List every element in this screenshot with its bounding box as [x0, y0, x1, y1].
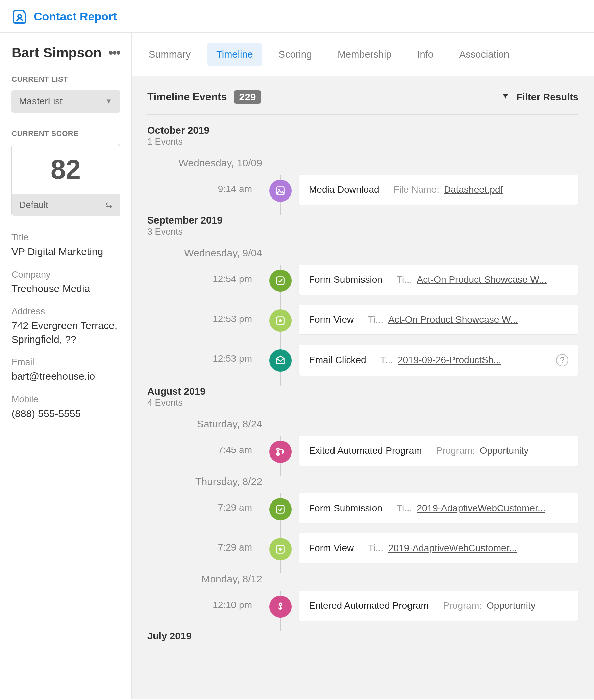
field-label-address: Address [11, 306, 120, 317]
event-meta-value[interactable]: Act-On Product Showcase W... [417, 274, 546, 285]
event-meta-value[interactable]: Datasheet.pdf [444, 184, 503, 195]
month-title: August 2019 [147, 386, 578, 397]
event-card[interactable]: Form ViewTi...Act-On Product Showcase W.… [299, 305, 578, 334]
event-time: 7:45 am [147, 436, 262, 466]
month-event-count: 4 Events [147, 398, 578, 408]
main-content: SummaryTimelineScoringMembershipInfoAsso… [132, 33, 594, 699]
day-label: Monday, 8/12 [147, 573, 262, 585]
current-score-label: CURRENT SCORE [11, 129, 120, 138]
timeline-event-row: 12:53 pmForm ViewTi...Act-On Product Sho… [147, 305, 578, 334]
event-card[interactable]: Media DownloadFile Name:Datasheet.pdf [299, 175, 578, 205]
event-meta-value: Opportunity [487, 600, 536, 611]
event-meta-key: Program: [443, 600, 482, 611]
check-icon [269, 270, 292, 292]
event-time: 7:29 am [147, 493, 262, 523]
event-meta-value[interactable]: 2019-09-26-ProductSh... [398, 355, 501, 366]
eye-icon [269, 309, 292, 332]
svg-point-6 [277, 448, 279, 450]
help-icon[interactable]: ? [556, 354, 568, 366]
image-icon [269, 180, 292, 202]
event-meta-key: Ti... [397, 503, 412, 514]
field-label-mobile: Mobile [11, 394, 120, 405]
chevron-down-icon: ▼ [105, 97, 113, 106]
score-model-value: Default [19, 200, 48, 210]
event-meta-key: File Name: [394, 184, 439, 195]
event-meta-key: Program: [436, 445, 475, 456]
svg-point-10 [279, 548, 281, 550]
tab-summary[interactable]: Summary [140, 43, 199, 66]
check-icon [269, 498, 292, 520]
event-time: 12:54 pm [147, 265, 262, 295]
event-time: 12:53 pm [147, 345, 262, 376]
event-card[interactable]: Form SubmissionTi...Act-On Product Showc… [299, 265, 578, 295]
tab-scoring[interactable]: Scoring [270, 43, 321, 66]
current-list-label: CURRENT LIST [11, 75, 120, 84]
event-title: Form Submission [309, 274, 382, 285]
event-title: Entered Automated Program [309, 600, 429, 611]
event-card[interactable]: Exited Automated ProgramProgram:Opportun… [299, 436, 578, 466]
timeline-event-row: 7:29 amForm SubmissionTi...2019-Adaptive… [147, 493, 578, 523]
day-label: Thursday, 8/22 [147, 476, 262, 487]
timeline-event-row: 12:53 pmEmail ClickedT...2019-09-26-Prod… [147, 345, 578, 376]
event-card[interactable]: Form SubmissionTi...2019-AdaptiveWebCust… [299, 493, 578, 523]
event-meta-value[interactable]: Act-On Product Showcase W... [388, 314, 518, 325]
tab-membership[interactable]: Membership [329, 43, 400, 66]
event-title: Form View [309, 543, 354, 554]
event-title: Form View [309, 314, 354, 325]
timeline-event-row: 7:29 amForm ViewTi...2019-AdaptiveWebCus… [147, 533, 578, 563]
field-value-company: Treehouse Media [11, 282, 120, 296]
tab-association[interactable]: Association [450, 43, 518, 66]
contact-sidebar: Bart Simpson ••• CURRENT LIST MasterList… [0, 33, 132, 699]
event-time: 9:14 am [147, 175, 262, 205]
svg-point-11 [279, 603, 281, 605]
filter-results-button[interactable]: Filter Results [501, 92, 578, 103]
event-meta-key: Ti... [368, 314, 383, 325]
svg-rect-3 [277, 277, 284, 285]
more-actions-button[interactable]: ••• [108, 46, 120, 60]
event-meta-value: Opportunity [480, 445, 529, 456]
timeline-event-row: 12:10 pmEntered Automated ProgramProgram… [147, 591, 578, 621]
event-meta-key: T... [380, 355, 393, 366]
event-meta-value[interactable]: 2019-AdaptiveWebCustomer... [417, 503, 545, 514]
field-label-company: Company [11, 270, 120, 280]
event-time: 7:29 am [147, 533, 262, 563]
event-title: Media Download [309, 184, 379, 195]
page-title: Contact Report [34, 10, 117, 23]
svg-point-0 [18, 15, 21, 18]
svg-point-2 [278, 189, 280, 190]
field-label-title: Title [11, 232, 120, 243]
tab-timeline[interactable]: Timeline [207, 43, 262, 66]
current-list-value: MasterList [19, 96, 63, 107]
field-label-email: Email [11, 357, 120, 368]
timeline-count-badge: 229 [234, 90, 261, 104]
event-title: Exited Automated Program [309, 445, 422, 456]
month-title: October 2019 [147, 125, 578, 136]
score-card: 82 Default ⇆ [11, 144, 120, 216]
field-value-email: bart@treehouse.io [11, 370, 120, 383]
field-value-address: 742 Evergreen Terrace, Springfield, ?? [11, 319, 120, 346]
app-header: Contact Report [0, 0, 594, 33]
swap-icon: ⇆ [105, 201, 112, 210]
filter-icon [501, 92, 510, 103]
month-title: July 2019 [147, 631, 578, 642]
event-card[interactable]: Form ViewTi...2019-AdaptiveWebCustomer..… [299, 533, 578, 563]
event-meta-value[interactable]: 2019-AdaptiveWebCustomer... [388, 543, 517, 554]
event-card[interactable]: Entered Automated ProgramProgram:Opportu… [299, 591, 578, 621]
svg-rect-8 [277, 506, 284, 513]
mail-icon [269, 349, 292, 372]
event-time: 12:53 pm [147, 305, 262, 334]
timeline-event-row: 9:14 amMedia DownloadFile Name:Datasheet… [147, 175, 578, 205]
svg-point-7 [277, 453, 279, 456]
score-model-select[interactable]: Default ⇆ [12, 194, 120, 216]
contact-name: Bart Simpson [11, 45, 102, 61]
current-list-select[interactable]: MasterList ▼ [11, 90, 120, 113]
event-card[interactable]: Email ClickedT...2019-09-26-ProductSh...… [299, 345, 578, 376]
timeline-body: October 20191 EventsWednesday, 10/099:14… [147, 125, 578, 642]
timeline-event-row: 12:54 pmForm SubmissionTi...Act-On Produ… [147, 265, 578, 295]
month-event-count: 1 Events [147, 137, 578, 147]
field-value-title: VP Digital Marketing [11, 245, 120, 259]
tab-info[interactable]: Info [408, 43, 442, 66]
timeline-panel: Timeline Events 229 Filter Results Octob… [132, 76, 594, 699]
score-value: 82 [12, 144, 120, 194]
day-label: Saturday, 8/24 [147, 418, 262, 430]
